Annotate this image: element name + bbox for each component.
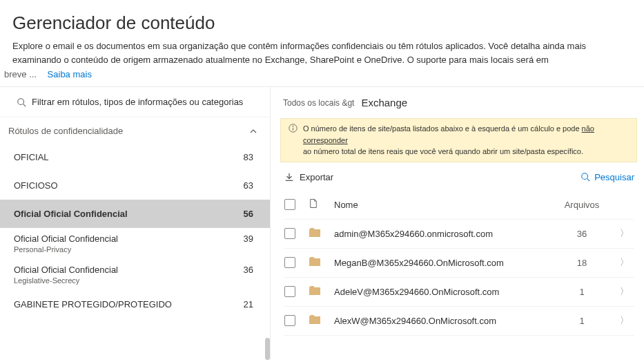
row-checkbox[interactable] <box>284 228 295 239</box>
list-item[interactable]: Oficial Oficial Confidencial 36 Legislat… <box>0 259 270 290</box>
breve-text: breve ... <box>4 69 37 79</box>
breadcrumb: Todos os locais &gt Exchange <box>271 87 644 118</box>
document-icon <box>309 198 318 209</box>
banner-text-1: O número de itens de site/pasta listados… <box>303 124 582 133</box>
section-title: Rótulos de confidencialidade <box>8 126 123 136</box>
row-count: 1 <box>554 316 609 326</box>
learn-more-row: breve ... Saiba mais <box>0 69 644 86</box>
list-item-label: Oficial Oficial Confidencial <box>14 265 118 275</box>
select-all-checkbox[interactable] <box>284 199 295 210</box>
svg-line-8 <box>587 179 590 182</box>
page-title: Gerenciador de conteúdo <box>0 0 644 39</box>
export-label: Exportar <box>300 172 333 182</box>
row-count: 18 <box>554 258 609 268</box>
label-list: OFICIAL 83 OFICIOSO 63 Oficial Oficial C… <box>0 143 270 360</box>
row-count: 36 <box>554 229 609 239</box>
row-name: AdeleV@M365x294660.OnMicrosoft.com <box>334 287 550 297</box>
page-description: Explore o email e os documentos em sua o… <box>0 39 644 69</box>
search-label: Pesquisar <box>594 172 634 182</box>
svg-line-1 <box>23 104 26 106</box>
column-name[interactable]: Nome <box>334 200 550 210</box>
export-button[interactable]: Exportar <box>284 172 333 182</box>
filter-input[interactable]: Filtrar em rótulos, tipos de informações… <box>0 87 270 117</box>
learn-more-link[interactable]: Saiba mais <box>43 69 92 79</box>
list-item[interactable]: GABINETE PROTEGIDO/PROTEGIDO 21 <box>0 290 270 318</box>
search-icon <box>580 172 590 182</box>
folder-icon <box>309 315 320 324</box>
left-panel: Filtrar em rótulos, tipos de informações… <box>0 87 271 360</box>
list-item-label: Oficial Oficial Confidencial <box>14 209 128 219</box>
chevron-right-icon[interactable]: 〉 <box>614 256 634 269</box>
info-banner: O número de itens de site/pasta listados… <box>280 118 637 162</box>
list-item-count: 83 <box>244 152 253 162</box>
folder-icon <box>309 286 320 295</box>
list-item[interactable]: Oficial Oficial Confidencial 56 <box>0 200 270 228</box>
download-icon <box>284 172 294 182</box>
table-row[interactable]: admin@M365x294660.onmicrosoft.com 36 〉 <box>284 220 634 249</box>
list-item-count: 36 <box>244 265 253 275</box>
folder-icon <box>309 257 320 266</box>
table-row[interactable]: AlexW@M365x294660.OnMicrosoft.com 1 〉 <box>284 307 634 336</box>
banner-text-2: ao número total de itens reais que você … <box>303 147 583 155</box>
row-checkbox[interactable] <box>284 257 295 268</box>
section-header[interactable]: Rótulos de confidencialidade <box>0 117 270 143</box>
toolbar: Exportar Pesquisar <box>271 162 644 191</box>
row-name: MeganB@M365x294660.OnMicrosoft.com <box>334 258 550 268</box>
table-row[interactable]: MeganB@M365x294660.OnMicrosoft.com 18 〉 <box>284 249 634 278</box>
chevron-right-icon[interactable]: 〉 <box>614 285 634 298</box>
svg-point-4 <box>293 126 293 126</box>
row-name: AlexW@M365x294660.OnMicrosoft.com <box>334 316 550 326</box>
list-item-label: Oficial Oficial Confidencial <box>14 234 118 244</box>
list-item[interactable]: OFICIAL 83 <box>0 143 270 171</box>
list-item-count: 21 <box>244 299 253 309</box>
breadcrumb-current: Exchange <box>361 97 407 108</box>
right-panel: Todos os locais &gt Exchange O número de… <box>271 87 644 360</box>
list-item-count: 39 <box>244 234 253 244</box>
svg-point-0 <box>18 98 24 104</box>
folder-icon <box>309 228 320 237</box>
table-row[interactable]: AdeleV@M365x294660.OnMicrosoft.com 1 〉 <box>284 278 634 307</box>
row-count: 1 <box>554 287 609 297</box>
table-header: Nome Arquivos <box>284 191 634 220</box>
chevron-right-icon[interactable]: 〉 <box>614 227 634 240</box>
info-icon <box>289 124 297 133</box>
chevron-right-icon[interactable]: 〉 <box>614 314 634 327</box>
list-item[interactable]: OFICIOSO 63 <box>0 171 270 200</box>
scrollbar-thumb[interactable] <box>265 338 270 360</box>
list-item-label: OFICIOSO <box>14 180 58 191</box>
list-item[interactable]: Oficial Oficial Confidencial 39 Personal… <box>0 228 270 259</box>
filter-placeholder: Filtrar em rótulos, tipos de informações… <box>32 97 243 107</box>
table: Nome Arquivos admin@M365x294660.onmicros… <box>271 191 644 336</box>
search-button[interactable]: Pesquisar <box>580 172 634 182</box>
list-item-count: 56 <box>244 209 253 219</box>
search-icon <box>17 97 26 107</box>
chevron-up-icon <box>249 127 257 135</box>
row-checkbox[interactable] <box>284 286 295 297</box>
row-checkbox[interactable] <box>284 315 295 326</box>
list-item-sublabel: Legislative-Secrecy <box>14 276 253 285</box>
list-item-label: OFICIAL <box>14 152 49 162</box>
list-item-label: GABINETE PROTEGIDO/PROTEGIDO <box>14 299 172 309</box>
svg-point-7 <box>582 173 588 180</box>
breadcrumb-root[interactable]: Todos os locais &gt <box>283 98 354 108</box>
list-item-count: 63 <box>244 180 253 191</box>
column-files[interactable]: Arquivos <box>554 200 609 210</box>
row-name: admin@M365x294660.onmicrosoft.com <box>334 229 550 239</box>
info-banner-text: O número de itens de site/pasta listados… <box>303 123 630 158</box>
list-item-sublabel: Personal-Privacy <box>14 245 253 254</box>
